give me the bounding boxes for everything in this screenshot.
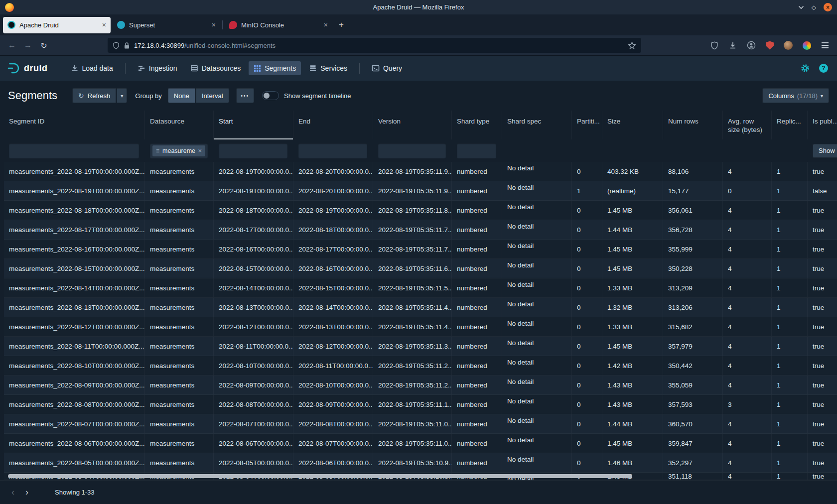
- forward-button[interactable]: →: [20, 37, 36, 53]
- extension-pinwheel-icon[interactable]: [800, 38, 814, 52]
- columns-button[interactable]: Columns (17/18) ▾: [762, 88, 829, 103]
- remove-filter-icon[interactable]: ×: [198, 147, 202, 154]
- refresh-button[interactable]: ↻ Refresh: [72, 88, 116, 103]
- segment-timeline-toggle[interactable]: [262, 91, 279, 100]
- reload-button[interactable]: ↻: [36, 37, 52, 53]
- window-maximize-button[interactable]: ◇: [812, 4, 816, 11]
- table-row[interactable]: measurements_2022-08-12T00:00:00.000Z...…: [4, 317, 837, 337]
- nav-services[interactable]: Services: [304, 61, 352, 75]
- cell-start: 2022-08-18T00:00:00.0...: [214, 201, 293, 220]
- column-header-segment-id[interactable]: Segment ID: [4, 111, 145, 139]
- profile-avatar-icon[interactable]: [781, 38, 795, 52]
- column-header-end[interactable]: End: [293, 111, 373, 139]
- url-text[interactable]: 172.18.0.4:30899/unified-console.html#se…: [134, 42, 624, 49]
- tab-close-icon[interactable]: ×: [102, 21, 106, 29]
- table-row[interactable]: measurements_2022-08-11T00:00:00.000Z...…: [4, 337, 837, 356]
- segment-id-filter-input[interactable]: [9, 143, 139, 158]
- bookmark-star-icon[interactable]: [628, 41, 636, 50]
- column-header-avg-row-size[interactable]: Avg. row size (bytes): [723, 111, 772, 139]
- cell-num-rows: 356,061: [663, 201, 723, 220]
- more-options-button[interactable]: •••: [236, 88, 255, 103]
- cell-is-published: true: [808, 259, 837, 278]
- previous-page-button[interactable]: ‹: [6, 486, 20, 500]
- cell-shard-spec: No detail: [502, 356, 572, 375]
- table-row[interactable]: measurements_2022-08-18T00:00:00.000Z...…: [4, 201, 837, 220]
- table-row[interactable]: measurements_2022-08-17T00:00:00.000Z...…: [4, 220, 837, 240]
- new-tab-button[interactable]: +: [334, 18, 348, 32]
- nav-segments[interactable]: Segments: [249, 61, 301, 75]
- downloads-icon[interactable]: [726, 38, 740, 52]
- cell-end: 2022-08-20T00:00:00.0...: [293, 162, 373, 181]
- refresh-dropdown-button[interactable]: ▾: [117, 88, 127, 103]
- help-icon[interactable]: ?: [819, 64, 828, 73]
- chevron-down-icon: ▾: [121, 93, 123, 99]
- cell-version: 2022-08-19T05:35:11.3...: [373, 337, 452, 356]
- cell-shard-spec: No detail: [502, 434, 572, 453]
- column-header-shard-spec[interactable]: Shard spec: [502, 111, 572, 139]
- nav-load-data[interactable]: Load data: [66, 61, 118, 75]
- column-header-version[interactable]: Version: [373, 111, 452, 139]
- datasource-filter-tag[interactable]: ≡ measurements ×: [152, 145, 205, 156]
- tab-minio-console[interactable]: MinIO Console ×: [225, 17, 332, 33]
- nav-ingestion[interactable]: Ingestion: [133, 61, 182, 75]
- tracking-protection-icon[interactable]: [113, 42, 120, 49]
- table-row[interactable]: measurements_2022-08-14T00:00:00.000Z...…: [4, 278, 837, 298]
- table-row[interactable]: measurements_2022-08-09T00:00:00.000Z...…: [4, 376, 837, 395]
- table-row[interactable]: measurements_2022-08-07T00:00:00.000Z...…: [4, 414, 837, 434]
- url-bar[interactable]: 172.18.0.4:30899/unified-console.html#se…: [108, 38, 641, 53]
- version-filter-input[interactable]: [378, 143, 446, 158]
- cell-size: 403.32 KB: [602, 162, 663, 181]
- column-header-shard-type[interactable]: Shard type: [452, 111, 502, 139]
- cell-size: 1.45 MB: [602, 434, 663, 453]
- table-row[interactable]: measurements_2022-08-15T00:00:00.000Z...…: [4, 259, 837, 278]
- cell-is-published: true: [808, 298, 837, 317]
- back-button[interactable]: ←: [4, 37, 20, 53]
- tab-superset[interactable]: Superset ×: [113, 17, 220, 33]
- column-header-is-published[interactable]: Is publ...: [808, 111, 837, 139]
- table-row[interactable]: measurements_2022-08-16T00:00:00.000Z...…: [4, 240, 837, 259]
- cell-segment-id: measurements_2022-08-09T00:00:00.000Z...: [4, 376, 145, 394]
- tab-bar: Apache Druid × Superset × MinIO Console …: [0, 14, 837, 35]
- nav-datasources[interactable]: Datasources: [185, 61, 246, 75]
- window-close-button[interactable]: ×: [824, 3, 832, 11]
- nav-query[interactable]: Query: [367, 61, 407, 75]
- group-by-interval-button[interactable]: Interval: [196, 88, 229, 103]
- table-row[interactable]: measurements_2022-08-06T00:00:00.000Z...…: [4, 434, 837, 453]
- start-filter-input[interactable]: [219, 143, 287, 158]
- cell-num-rows: 357,979: [663, 337, 723, 356]
- menu-icon[interactable]: [818, 38, 832, 52]
- window-title: Apache Druid — Mozilla Firefox: [0, 3, 837, 11]
- lock-icon[interactable]: [124, 42, 130, 49]
- table-row[interactable]: measurements_2022-08-19T00:00:00.000Z...…: [4, 181, 837, 201]
- column-header-replication[interactable]: Replic...: [772, 111, 808, 139]
- column-header-partition[interactable]: Partiti...: [572, 111, 602, 139]
- druid-brand[interactable]: druid: [24, 63, 48, 74]
- settings-gear-icon[interactable]: [800, 63, 810, 73]
- column-header-num-rows[interactable]: Num rows: [663, 111, 723, 139]
- tab-apache-druid[interactable]: Apache Druid ×: [3, 17, 111, 33]
- horizontal-scrollbar[interactable]: [8, 474, 632, 478]
- table-row[interactable]: measurements_2022-08-19T00:00:00.000Z...…: [4, 162, 837, 181]
- next-page-button[interactable]: ›: [20, 486, 34, 500]
- table-row[interactable]: measurements_2022-08-08T00:00:00.000Z...…: [4, 395, 837, 414]
- table-row[interactable]: measurements_2022-08-10T00:00:00.000Z...…: [4, 356, 837, 376]
- account-icon[interactable]: [744, 38, 758, 52]
- tab-close-icon[interactable]: ×: [212, 21, 216, 29]
- table-row[interactable]: measurements_2022-08-05T00:00:00.000Z...…: [4, 453, 837, 473]
- shard-type-filter-input[interactable]: [457, 143, 496, 158]
- column-header-start[interactable]: Start: [214, 111, 293, 139]
- druid-logo-icon[interactable]: [7, 62, 20, 75]
- tab-close-icon[interactable]: ×: [324, 21, 328, 29]
- cell-shard-type: numbered: [452, 356, 502, 375]
- ublock-icon[interactable]: [763, 38, 777, 52]
- shield-icon[interactable]: [707, 38, 721, 52]
- group-by-none-button[interactable]: None: [168, 88, 195, 103]
- end-filter-input[interactable]: [298, 143, 367, 158]
- table-row[interactable]: measurements_2022-08-13T00:00:00.000Z...…: [4, 298, 837, 317]
- window-minimize-button[interactable]: [798, 5, 804, 9]
- cell-num-rows: 355,999: [663, 240, 723, 258]
- column-header-size[interactable]: Size: [602, 111, 663, 139]
- column-header-datasource[interactable]: Datasource: [145, 111, 214, 139]
- is-published-filter-button[interactable]: Show: [813, 144, 837, 158]
- datasource-filter-input[interactable]: ≡ measurements ×: [150, 143, 208, 158]
